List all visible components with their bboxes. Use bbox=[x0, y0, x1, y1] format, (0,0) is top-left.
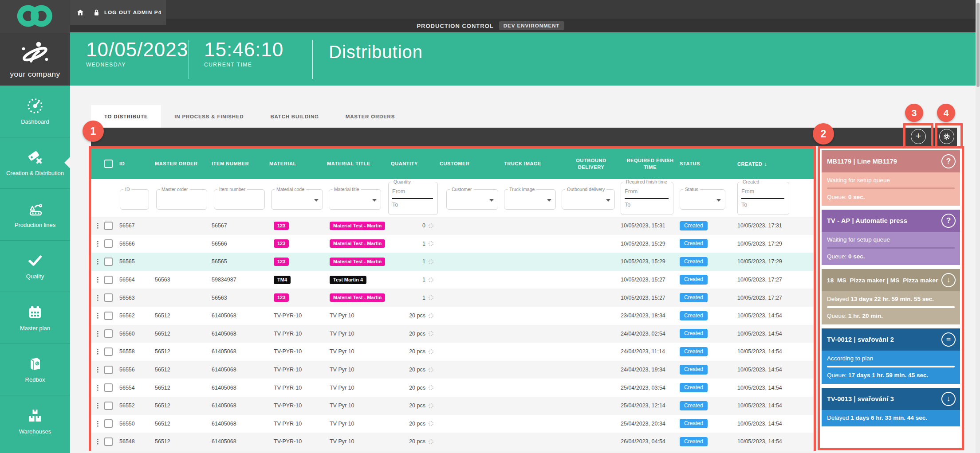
kebab-menu-icon[interactable]: ⋮ bbox=[94, 330, 101, 337]
row-checkbox[interactable] bbox=[104, 276, 113, 284]
row-checkbox[interactable] bbox=[104, 329, 113, 338]
filter-master-order[interactable]: Master order bbox=[156, 189, 207, 210]
column-header-status[interactable]: STATUS bbox=[680, 160, 737, 167]
tab-master-orders[interactable]: MASTER ORDERS bbox=[332, 105, 408, 128]
table-row[interactable]: ⋮565605651261405068TV-PYR-10TV Pyr 1020 … bbox=[91, 325, 814, 343]
dropdown-arrow-icon[interactable] bbox=[372, 199, 377, 202]
sidebar-item-quality[interactable]: Quality bbox=[0, 240, 70, 292]
tab-batch-building[interactable]: BATCH BUILDING bbox=[257, 105, 332, 128]
row-checkbox[interactable] bbox=[104, 239, 113, 248]
filter-from-placeholder[interactable]: From bbox=[392, 188, 405, 195]
dropdown-arrow-icon[interactable] bbox=[716, 199, 721, 202]
production-line-card[interactable]: TV - AP | Automatic press?Waiting for se… bbox=[822, 210, 960, 265]
filter-material-code[interactable]: Material code bbox=[271, 189, 323, 210]
table-row[interactable]: ⋮5656756567123Material Test - Martin010/… bbox=[91, 217, 814, 235]
sort-desc-icon[interactable]: ↓ bbox=[764, 160, 767, 167]
kebab-menu-icon[interactable]: ⋮ bbox=[94, 276, 101, 283]
column-header-truck-image[interactable]: TRUCK IMAGE bbox=[504, 160, 562, 167]
kebab-menu-icon[interactable]: ⋮ bbox=[94, 437, 101, 445]
row-checkbox[interactable] bbox=[104, 366, 113, 374]
column-header-material[interactable]: MATERIAL bbox=[269, 160, 327, 167]
row-checkbox[interactable] bbox=[104, 258, 113, 266]
filter-material-title[interactable]: Material title bbox=[329, 189, 381, 210]
tab-in-process-finished[interactable]: IN PROCESS & FINISHED bbox=[161, 105, 257, 128]
column-header-created[interactable]: CREATED↓ bbox=[737, 160, 804, 168]
filter-truck-image[interactable]: Truck image bbox=[504, 189, 556, 210]
filter-customer[interactable]: Customer bbox=[446, 189, 498, 210]
row-checkbox[interactable] bbox=[104, 312, 113, 320]
home-icon[interactable] bbox=[76, 8, 84, 16]
kebab-menu-icon[interactable]: ⋮ bbox=[94, 420, 101, 427]
kebab-menu-icon[interactable]: ⋮ bbox=[94, 384, 101, 391]
logout-tab[interactable]: LOG OUT ADMIN P4 bbox=[70, 0, 166, 25]
row-checkbox[interactable] bbox=[104, 402, 113, 410]
filter-item-number-input[interactable] bbox=[217, 195, 263, 202]
filter-to-placeholder[interactable]: To bbox=[741, 202, 747, 208]
table-row[interactable]: ⋮565645656359834987TM4Test Martin 4110/0… bbox=[91, 271, 814, 289]
filter-created[interactable]: CreatedFromTo bbox=[737, 182, 789, 215]
dropdown-arrow-icon[interactable] bbox=[547, 199, 551, 202]
table-row[interactable]: ⋮5656356563123Material Test - Martin110/… bbox=[91, 289, 814, 307]
sidebar-item-warehouses[interactable]: Warehouses bbox=[0, 395, 70, 447]
production-line-card[interactable]: TV-0013 | svařování 3↓Delayed 1 days 6 h… bbox=[822, 388, 960, 426]
filter-status[interactable]: Status bbox=[680, 189, 725, 210]
table-row[interactable]: ⋮565525651261405068TV-PYR-10TV Pyr 1020 … bbox=[91, 397, 814, 415]
table-row[interactable]: ⋮565505651261405068TV-PYR-10TV Pyr 1020 … bbox=[91, 415, 814, 433]
sidebar-item-redbox[interactable]: Redbox bbox=[0, 344, 70, 395]
filter-outbound-delivery-input[interactable] bbox=[565, 195, 613, 202]
production-line-card[interactable]: 18_MS_Pizza maker | MS_Pizza maker↓Delay… bbox=[822, 269, 960, 324]
table-row[interactable]: ⋮565585651261405068TV-PYR-10TV Pyr 1020 … bbox=[91, 343, 814, 361]
column-header-material-title[interactable]: MATERIAL TITLE bbox=[327, 160, 391, 167]
dropdown-arrow-icon[interactable] bbox=[606, 199, 610, 202]
column-header-quantity[interactable]: QUANTITY bbox=[391, 160, 440, 167]
filter-id[interactable]: ID bbox=[120, 189, 149, 210]
table-row[interactable]: ⋮565545651261405068TV-PYR-10TV Pyr 1020 … bbox=[91, 379, 814, 397]
table-row[interactable]: ⋮565625651261405068TV-PYR-10TV Pyr 1020 … bbox=[91, 307, 814, 325]
arrow-down-icon[interactable]: ↓ bbox=[941, 392, 956, 406]
kebab-menu-icon[interactable]: ⋮ bbox=[94, 348, 101, 355]
table-row[interactable]: ⋮565485651261405068TV-PYR-10TV Pyr 1020 … bbox=[91, 433, 814, 451]
filter-from-placeholder[interactable]: From bbox=[741, 188, 754, 195]
question-icon[interactable]: ? bbox=[941, 154, 956, 168]
question-icon[interactable]: ? bbox=[941, 214, 956, 228]
column-header-required-finish-time[interactable]: REQUIRED FINISH TIME bbox=[621, 157, 680, 171]
kebab-menu-icon[interactable]: ⋮ bbox=[94, 366, 101, 373]
scrollbar-thumb[interactable] bbox=[976, 3, 980, 87]
column-header-outbound-delivery[interactable]: OUTBOUND DELIVERY bbox=[562, 157, 621, 171]
filter-to-placeholder[interactable]: To bbox=[392, 202, 398, 208]
kebab-menu-icon[interactable]: ⋮ bbox=[94, 258, 101, 265]
filter-from-placeholder[interactable]: From bbox=[625, 188, 638, 195]
menu-icon[interactable]: = bbox=[941, 332, 956, 347]
row-checkbox[interactable] bbox=[104, 293, 113, 302]
filter-quantity[interactable]: QuantityFromTo bbox=[388, 182, 438, 215]
filter-master-order-input[interactable] bbox=[159, 195, 205, 202]
sidebar-item-dashboard[interactable]: Dashboard bbox=[0, 86, 70, 137]
kebab-menu-icon[interactable]: ⋮ bbox=[94, 294, 101, 301]
filter-to-placeholder[interactable]: To bbox=[625, 202, 630, 208]
kebab-menu-icon[interactable]: ⋮ bbox=[94, 312, 101, 319]
sidebar-item-creation-distribution[interactable]: Creation & Distribution bbox=[0, 137, 70, 189]
column-header-customer[interactable]: CUSTOMER bbox=[440, 160, 504, 167]
table-row[interactable]: ⋮5656556565123Material Test - Martin110/… bbox=[91, 253, 814, 271]
dropdown-arrow-icon[interactable] bbox=[314, 199, 319, 202]
production-line-card[interactable]: MB1179 | Line MB1179?Waiting for setup q… bbox=[822, 150, 960, 206]
column-header-item-number[interactable]: ITEM NUMBER bbox=[212, 160, 269, 167]
row-checkbox[interactable] bbox=[104, 419, 113, 428]
select-all-checkbox[interactable] bbox=[104, 160, 113, 168]
kebab-menu-icon[interactable]: ⋮ bbox=[94, 240, 101, 247]
sidebar-item-master-plan[interactable]: Master plan bbox=[0, 292, 70, 344]
filter-id-input[interactable] bbox=[123, 195, 147, 202]
kebab-menu-icon[interactable]: ⋮ bbox=[94, 402, 101, 409]
row-checkbox[interactable] bbox=[104, 348, 113, 356]
row-checkbox[interactable] bbox=[104, 383, 113, 392]
column-header-master-order[interactable]: MASTER ORDER bbox=[155, 160, 212, 167]
arrow-down-icon[interactable]: ↓ bbox=[941, 273, 956, 287]
table-row[interactable]: ⋮565565651261405068TV-PYR-10TV Pyr 1020 … bbox=[91, 361, 814, 379]
dropdown-arrow-icon[interactable] bbox=[489, 199, 494, 202]
kebab-menu-icon[interactable]: ⋮ bbox=[94, 222, 101, 229]
filter-required-finish-time[interactable]: Required finish timeFromTo bbox=[621, 182, 673, 215]
row-checkbox[interactable] bbox=[104, 437, 113, 446]
filter-outbound-delivery[interactable]: Outbound delivery bbox=[562, 189, 615, 210]
production-line-card[interactable]: TV-0012 | svařování 2=According to planQ… bbox=[822, 328, 960, 384]
row-checkbox[interactable] bbox=[104, 222, 113, 230]
